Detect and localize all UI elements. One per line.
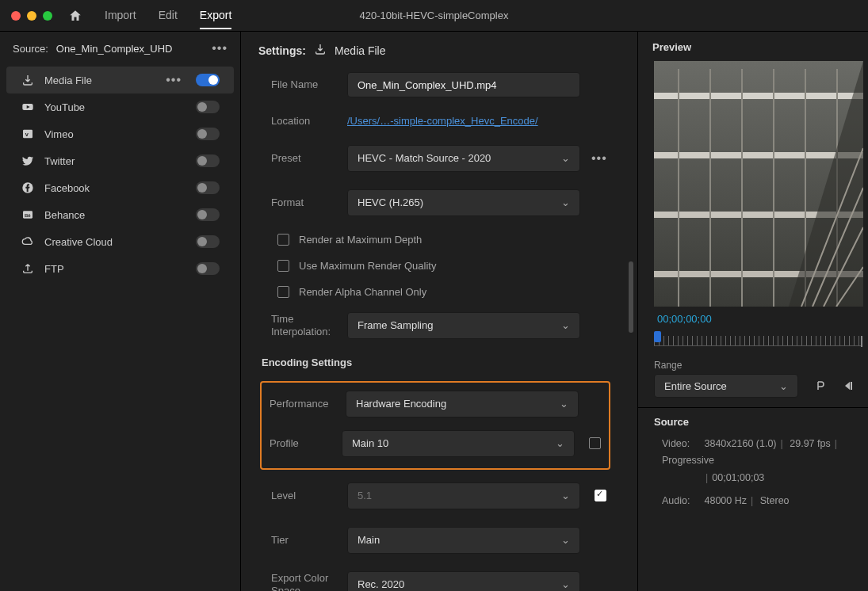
source-panel: Source: One_Min_Complex_UHD ••• Media Fi… xyxy=(0,32,241,591)
range-select[interactable]: Entire Source⌄ xyxy=(654,374,798,398)
max-quality-label: Use Maximum Render Quality xyxy=(299,260,436,272)
format-select[interactable]: HEVC (H.265)⌄ xyxy=(347,189,580,216)
source-more-button[interactable]: ••• xyxy=(212,41,228,55)
tier-value: Main xyxy=(358,534,380,546)
profile-value: Main 10 xyxy=(352,437,388,449)
dest-behance[interactable]: Bē Behance xyxy=(6,201,234,228)
dest-youtube[interactable]: YouTube xyxy=(6,93,234,120)
creative-cloud-icon xyxy=(21,234,35,249)
export-icon xyxy=(314,43,327,58)
svg-rect-14 xyxy=(773,69,774,307)
alpha-only-checkbox[interactable] xyxy=(277,286,289,298)
dest-vimeo[interactable]: v Vimeo xyxy=(6,120,234,147)
location-link[interactable]: /Users/…-simple-complex_Hevc_Encode/ xyxy=(347,115,538,127)
source-meta: Video: 3840x2160 (1.0)| 29.97 fps| Progr… xyxy=(638,436,868,509)
settings-header-file: Media File xyxy=(335,44,386,57)
settings-scrollbar[interactable] xyxy=(629,261,633,333)
vimeo-icon: v xyxy=(21,127,35,141)
max-depth-label: Render at Maximum Depth xyxy=(299,234,422,246)
preview-viewport[interactable] xyxy=(654,61,863,307)
facebook-icon xyxy=(21,181,35,195)
settings-panel: Settings: Media File File Name Location … xyxy=(241,32,638,591)
preview-header: Preview xyxy=(638,41,868,61)
mark-in-button[interactable] xyxy=(813,379,827,393)
colorspace-value: Rec. 2020 xyxy=(358,578,404,590)
max-quality-checkbox[interactable] xyxy=(277,260,289,272)
location-label: Location xyxy=(271,115,347,128)
dest-label: Media File xyxy=(44,74,156,86)
video-dur: 00;01;00;03 xyxy=(712,472,764,483)
dest-label: YouTube xyxy=(44,101,186,113)
tab-export[interactable]: Export xyxy=(200,2,231,29)
preset-more-button[interactable]: ••• xyxy=(591,151,607,166)
dest-toggle-facebook[interactable] xyxy=(196,181,220,194)
chevron-down-icon: ⌄ xyxy=(560,398,568,410)
dest-label: Twitter xyxy=(44,155,186,167)
source-name: One_Min_Complex_UHD xyxy=(56,43,173,55)
chevron-down-icon: ⌄ xyxy=(561,196,570,208)
timeline-playhead[interactable] xyxy=(654,331,661,342)
dest-label: Vimeo xyxy=(44,128,186,140)
export-icon xyxy=(21,73,35,87)
range-label: Range xyxy=(654,360,868,371)
tab-edit[interactable]: Edit xyxy=(159,2,178,29)
timeline-ticks xyxy=(654,336,862,345)
colorspace-select[interactable]: Rec. 2020⌄ xyxy=(347,571,580,591)
dest-toggle-vimeo[interactable] xyxy=(196,128,220,140)
audio-rate: 48000 Hz xyxy=(704,495,747,506)
dest-creative-cloud[interactable]: Creative Cloud xyxy=(6,228,234,255)
performance-select[interactable]: Hardware Encoding⌄ xyxy=(346,391,579,418)
dest-media-file[interactable]: Media File ••• xyxy=(6,67,234,93)
dest-ftp[interactable]: FTP xyxy=(6,255,234,282)
profile-select[interactable]: Main 10⌄ xyxy=(342,430,575,457)
preset-label: Preset xyxy=(271,152,347,165)
dest-toggle-behance[interactable] xyxy=(196,208,220,221)
performance-label: Performance xyxy=(270,398,346,410)
range-value: Entire Source xyxy=(664,380,727,392)
svg-text:Bē: Bē xyxy=(25,213,31,218)
dest-toggle-ftp[interactable] xyxy=(196,262,220,275)
chevron-down-icon: ⌄ xyxy=(561,534,570,546)
preview-timeline[interactable] xyxy=(654,331,862,352)
chevron-down-icon: ⌄ xyxy=(561,578,570,590)
encoding-settings-title: Encoding Settings xyxy=(262,357,614,368)
dest-facebook[interactable]: Facebook xyxy=(6,174,234,201)
time-interp-value: Frame Sampling xyxy=(358,319,433,331)
alpha-only-label: Render Alpha Channel Only xyxy=(299,286,426,298)
time-interp-select[interactable]: Frame Sampling⌄ xyxy=(347,312,580,339)
level-label: Level xyxy=(271,490,347,502)
timeline-end xyxy=(861,336,862,347)
tier-select[interactable]: Main⌄ xyxy=(347,527,580,554)
tab-import[interactable]: Import xyxy=(105,2,136,29)
dest-toggle-youtube[interactable] xyxy=(196,101,220,113)
chevron-down-icon: ⌄ xyxy=(561,152,570,164)
level-auto-checkbox[interactable] xyxy=(595,490,606,501)
window-zoom-button[interactable] xyxy=(43,11,52,21)
window-close-button[interactable] xyxy=(11,11,21,21)
dest-label: Creative Cloud xyxy=(44,236,186,248)
dest-twitter[interactable]: Twitter xyxy=(6,147,234,174)
dest-toggle-media-file[interactable] xyxy=(196,74,220,86)
preview-timecode[interactable]: 00;00;00;00 xyxy=(657,313,868,325)
window-title: 420-10bit-HEVC-simpleComplex xyxy=(360,10,509,21)
file-name-input[interactable] xyxy=(347,72,580,97)
preset-select[interactable]: HEVC - Match Source - 2020⌄ xyxy=(347,145,580,172)
home-icon xyxy=(68,9,82,23)
home-button[interactable] xyxy=(67,7,84,25)
svg-rect-7 xyxy=(654,93,863,99)
svg-rect-11 xyxy=(678,69,679,307)
dest-toggle-twitter[interactable] xyxy=(196,154,220,167)
profile-auto-checkbox[interactable] xyxy=(589,437,601,449)
window-minimize-button[interactable] xyxy=(27,11,36,21)
dest-more-button[interactable]: ••• xyxy=(166,73,182,87)
audio-ch: Stereo xyxy=(760,495,790,506)
settings-header-label: Settings: xyxy=(258,44,306,57)
dest-toggle-creative-cloud[interactable] xyxy=(196,235,220,248)
max-depth-checkbox[interactable] xyxy=(277,234,289,246)
ftp-icon xyxy=(21,261,35,276)
mark-out-button[interactable] xyxy=(841,379,855,393)
behance-icon: Bē xyxy=(21,208,35,222)
source-label: Source: xyxy=(13,43,48,55)
colorspace-label: Export Color Space xyxy=(271,572,347,591)
video-fps: 29.97 fps xyxy=(790,438,830,449)
